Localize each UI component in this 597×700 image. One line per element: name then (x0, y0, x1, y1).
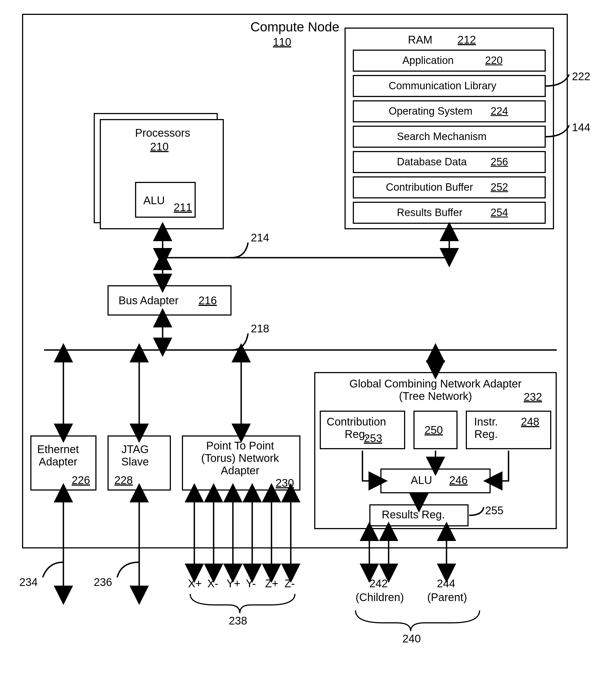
torus-group-ref: 238 (229, 615, 247, 627)
mid-reg-ref: 250 (424, 424, 443, 436)
ram-item-commlib-label: Communication Library (389, 80, 496, 92)
ref-234: 234 (19, 576, 38, 589)
ref-218: 218 (251, 322, 269, 335)
p2p-adapter-ref: 230 (276, 477, 294, 489)
ram-item-search-label: Search Mechanism (397, 131, 487, 143)
ram-item-contrib-label: Contribution Buffer (386, 181, 473, 193)
ram-item-contrib-ref: 252 (491, 181, 508, 193)
processors-alu-label: ALU (143, 194, 165, 207)
ram-item-results-ref: 254 (491, 207, 508, 219)
ref-236: 236 (94, 576, 112, 589)
results-reg-ref: 255 (485, 504, 503, 517)
ram-ref: 212 (457, 34, 476, 46)
bus-adapter-label: Bus Adapter (119, 294, 179, 307)
ref-222: 222 (572, 70, 590, 83)
ram-item-os-label: Operating System (389, 105, 472, 117)
p2p-adapter-label: Point To Point (Torus) Network Adapter (201, 440, 279, 477)
ram-item-dbdata-ref: 256 (491, 156, 508, 168)
processors-alu-ref: 211 (174, 201, 192, 214)
ethernet-adapter-ref: 226 (72, 474, 90, 486)
gcna-alu-label: ALU (411, 474, 432, 486)
results-reg-label: Results Reg. (382, 508, 445, 521)
torus-z-minus: Z- (284, 577, 295, 590)
ram-item-dbdata-label: Database Data (397, 156, 467, 168)
contrib-reg-ref: 253 (364, 432, 382, 445)
ram-item-os-ref: 224 (491, 105, 508, 117)
instr-reg-ref: 248 (521, 416, 539, 428)
torus-x-minus: X- (207, 577, 218, 590)
tree-parent-text: (Parent) (427, 591, 467, 603)
ref-144: 144 (572, 121, 590, 134)
torus-x-plus: X+ (188, 577, 202, 590)
ram-item-results-label: Results Buffer (397, 207, 463, 219)
torus-z-plus: Z+ (265, 577, 278, 590)
gcna-alu-box (380, 469, 491, 493)
gcna-ref: 232 (524, 391, 542, 403)
jtag-slave-ref: 228 (115, 474, 133, 486)
processors-label: Processors (127, 127, 198, 139)
title-text: Compute Node (226, 19, 364, 34)
tree-children-ref: 242 (369, 577, 388, 590)
title-ref: 110 (273, 36, 291, 48)
ref-214: 214 (251, 231, 269, 244)
ram-item-application-ref: 220 (485, 55, 502, 67)
ram-item-application-label: Application (402, 55, 454, 67)
torus-y-minus: Y- (246, 577, 256, 590)
tree-parent-ref: 244 (437, 577, 455, 590)
tree-group-ref: 240 (402, 632, 421, 645)
tree-children-text: (Children) (355, 591, 404, 603)
gcna-alu-ref: 246 (449, 474, 468, 486)
torus-y-plus: Y+ (227, 577, 240, 590)
gcna-label: Global Combining Network Adapter (Tree N… (336, 378, 535, 402)
instr-reg-label: Instr. Reg. (474, 416, 498, 441)
ethernet-adapter-label: Ethernet Adapter (37, 443, 79, 468)
bus-adapter-ref: 216 (198, 294, 217, 307)
processors-ref: 210 (150, 141, 169, 153)
ram-label: RAM (408, 34, 432, 46)
jtag-slave-label: JTAG Slave (121, 443, 149, 468)
